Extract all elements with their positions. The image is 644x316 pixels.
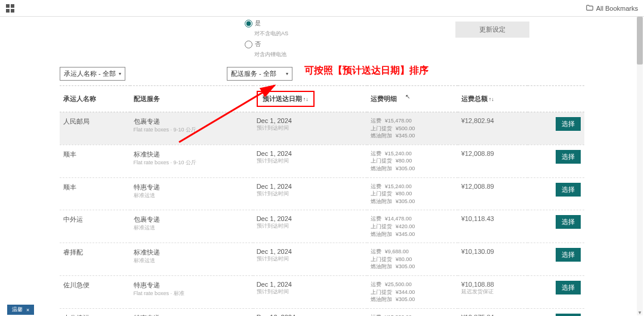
th-fee-detail[interactable]: 运费明细: [367, 86, 458, 112]
th-total-label: 运费总额: [461, 94, 488, 103]
select-button[interactable]: 选择: [556, 183, 581, 197]
total-amount: ¥10,118.43: [461, 215, 525, 222]
browser-topbar: All Bookmarks: [0, 0, 644, 17]
fee-detail: 运费¥14,478.00 上门提货¥420.00 燃油附加¥345.00: [371, 215, 454, 238]
total-amount: ¥12,008.89: [461, 150, 525, 157]
table-row: 顺丰 标准快递Flat rate boxes · 9-10 公斤 Dec 1, …: [60, 145, 584, 177]
total-amount: ¥10,108.88: [461, 281, 525, 288]
service-name: 标准快递: [134, 248, 249, 257]
eta-date: Dec 10, 2024: [257, 314, 363, 316]
radio-no-label: 否: [255, 40, 261, 48]
service-name: 特惠专递: [134, 281, 249, 290]
select-button[interactable]: 选择: [556, 314, 581, 316]
service-name: 特惠专递: [134, 314, 249, 316]
chevron-down-icon: ▾: [286, 71, 288, 76]
th-carrier[interactable]: 承运人名称: [60, 86, 130, 112]
close-icon[interactable]: ×: [26, 307, 29, 313]
chevron-down-icon: ▾: [119, 71, 121, 76]
service-name: 特惠专递: [134, 183, 249, 192]
select-button[interactable]: 选择: [556, 150, 581, 164]
service-sub: 标准运送: [134, 257, 249, 265]
service-filter-label: 配送服务 - 全部: [231, 69, 276, 78]
carrier-name: 睿择配: [63, 248, 127, 257]
table-row: 大分捷运 特惠专递标准包裹 Dec 10, 2024预计到达时间 运费¥15,8…: [60, 308, 584, 316]
total-amount: ¥12,802.94: [461, 117, 525, 124]
carrier-name: 佐川急便: [63, 281, 127, 290]
carrier-filter-label: 承运人名称 - 全部: [64, 69, 116, 78]
table-row: 睿择配 标准快递标准运送 Dec 1, 2024预计到达时间 运费¥9,688.…: [60, 243, 584, 276]
carrier-name: 顺丰: [63, 183, 127, 192]
eta-sub: 预计到达时间: [257, 124, 363, 132]
select-button[interactable]: 选择: [556, 281, 581, 294]
table-row: 中外运 包裹专递标准运送 Dec 1, 2024预计到达时间 运费¥14,478…: [60, 210, 584, 243]
eta-date: Dec 1, 2024: [257, 248, 363, 255]
total-amount: ¥12,008.89: [461, 183, 525, 190]
th-total[interactable]: 运费总额 ↑↓: [458, 86, 528, 112]
cursor-icon: ↖: [405, 93, 410, 100]
select-button[interactable]: 选择: [556, 117, 581, 131]
apps-grid-icon[interactable]: [6, 4, 14, 13]
fee-detail: 运费¥15,478.00 上门提货¥500.00 燃油附加¥345.00: [371, 117, 454, 140]
eta-sub: 预计到达时间: [257, 157, 363, 165]
radio-no-sub: 对含内锂电池: [254, 51, 288, 59]
shipping-rates-table: 承运人名称 配送服务 预计送达日期 ↑↓ 运费明细 运费总额 ↑↓: [60, 85, 584, 316]
refresh-button[interactable]: 更新设定: [455, 22, 529, 38]
carrier-name: 大分捷运: [63, 314, 127, 316]
radio-option-yes[interactable]: 是: [245, 19, 288, 27]
fee-detail: 运费¥15,826.00 上门提货¥420.00 燃油附加¥345.00: [371, 314, 454, 316]
fee-detail: 运费¥15,240.00 上门提货¥80.00 燃油附加¥305.00: [371, 150, 454, 173]
radio-yes-label: 是: [255, 19, 261, 27]
eta-date: Dec 1, 2024: [257, 281, 363, 288]
select-button[interactable]: 选择: [556, 215, 581, 229]
eta-date: Dec 1, 2024: [257, 183, 363, 190]
th-service[interactable]: 配送服务: [130, 86, 253, 112]
sort-icon: ↑↓: [489, 96, 494, 102]
carrier-name: 中外运: [63, 215, 127, 224]
fee-detail: 运费¥9,688.00 上门提货¥80.00 燃油附加¥305.00: [371, 248, 454, 271]
bookmarks-label: All Bookmarks: [596, 5, 638, 12]
service-name: 标准快递: [134, 150, 249, 159]
service-filter-select[interactable]: 配送服务 - 全部 ▾: [227, 67, 292, 81]
total-amount: ¥10,875.84: [461, 314, 525, 316]
total-sub: 延迟发货保证: [461, 288, 525, 296]
service-sub: Flat rate boxes · 标准: [134, 290, 249, 297]
carrier-filter-select[interactable]: 承运人名称 - 全部 ▾: [60, 67, 125, 81]
th-eta-label: 预计送达日期: [263, 94, 302, 103]
eta-sub: 预计到达时间: [257, 288, 363, 296]
eta-sub: 预计到达时间: [257, 190, 363, 198]
eta-date: Dec 1, 2024: [257, 117, 363, 124]
eta-sub: 预计到达时间: [257, 222, 363, 230]
service-sub: Flat rate boxes · 9-10 公斤: [134, 159, 249, 167]
th-eta[interactable]: 预计送达日期 ↑↓: [253, 86, 367, 112]
radio-yes-sub: 对不含电的AS: [254, 30, 288, 38]
service-sub: 标准运送: [134, 224, 249, 232]
service-sub: 标准运送: [134, 192, 249, 200]
annotation-text: 可按照【预计送达日期】排序: [304, 65, 429, 77]
bottom-tab[interactable]: 温馨 ×: [7, 305, 34, 315]
radio-yes-input[interactable]: [245, 20, 252, 27]
eta-date: Dec 1, 2024: [257, 150, 363, 157]
fee-detail: 运费¥25,500.00 上门提货¥344.00 燃油附加¥305.00: [371, 281, 454, 303]
radio-option-no[interactable]: 否: [245, 40, 288, 48]
all-bookmarks-link[interactable]: All Bookmarks: [586, 4, 638, 13]
eta-date: Dec 1, 2024: [257, 215, 363, 222]
battery-radio-group: 是 对不含电的AS 否 对含内锂电池: [245, 19, 288, 59]
service-name: 包裹专递: [134, 215, 249, 224]
table-row: 顺丰 特惠专递标准运送 Dec 1, 2024预计到达时间 运费¥15,240.…: [60, 177, 584, 210]
service-sub: Flat rate boxes · 9-10 公斤: [134, 126, 249, 134]
folder-icon: [586, 4, 594, 13]
table-row: 佐川急便 特惠专递Flat rate boxes · 标准 Dec 1, 202…: [60, 275, 584, 308]
service-name: 包裹专递: [134, 117, 249, 126]
eta-sub: 预计到达时间: [257, 255, 363, 263]
select-button[interactable]: 选择: [556, 248, 581, 262]
radio-no-input[interactable]: [245, 41, 252, 48]
carrier-name: 顺丰: [63, 150, 127, 159]
fee-detail: 运费¥15,240.00 上门提货¥80.00 燃油附加¥305.00: [371, 183, 454, 205]
bottom-tab-label: 温馨: [12, 306, 23, 314]
table-row: 人民邮局 包裹专递Flat rate boxes · 9-10 公斤 Dec 1…: [60, 112, 584, 145]
sort-icon: ↑↓: [303, 96, 309, 102]
carrier-name: 人民邮局: [63, 117, 127, 126]
total-amount: ¥10,130.09: [461, 248, 525, 255]
